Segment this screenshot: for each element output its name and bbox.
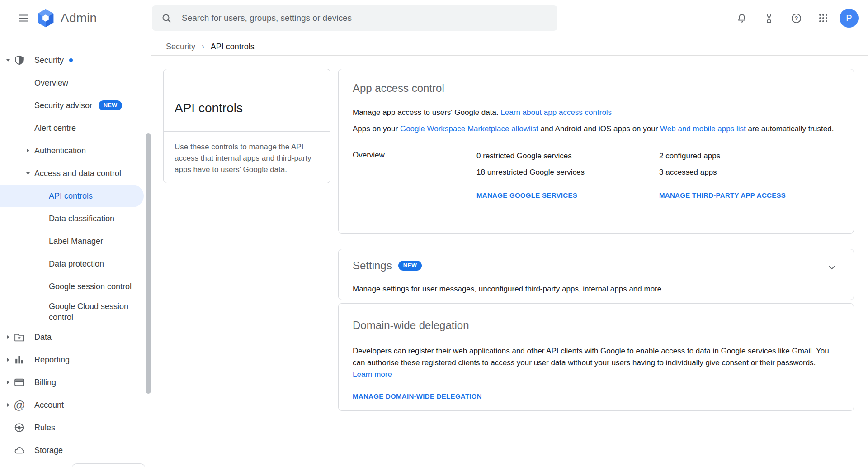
third-party-apps-column: 2 configured apps 3 accessed apps MANAGE… xyxy=(659,151,842,200)
settings-title-row: Settings NEW xyxy=(353,258,840,273)
accessed-apps-count: 3 accessed apps xyxy=(659,167,842,178)
delegation-text: Developers can register their web applic… xyxy=(353,347,829,367)
tasks-hourglass-icon[interactable] xyxy=(758,7,780,29)
breadcrumb-separator-icon: › xyxy=(202,42,204,51)
product-name: Admin xyxy=(61,11,97,25)
sidebar-item-alert-centre[interactable]: Alert centre xyxy=(0,117,144,139)
marketplace-allowlist-link[interactable]: Google Workspace Marketplace allowlist xyxy=(400,124,538,133)
breadcrumb-current: API controls xyxy=(211,42,255,52)
sidebar-item-google-cloud-session-control[interactable]: Google Cloud session control xyxy=(0,298,144,326)
steering-wheel-icon xyxy=(14,422,25,434)
account-avatar[interactable]: P xyxy=(840,9,859,28)
search-input[interactable] xyxy=(182,13,548,23)
svg-text:?: ? xyxy=(794,15,798,22)
caret-down-icon[interactable] xyxy=(24,170,32,177)
caret-right-icon[interactable] xyxy=(5,334,12,341)
p2-pre: Apps on your xyxy=(353,124,400,133)
sidebar-item-account[interactable]: @ Account xyxy=(0,394,144,416)
new-badge: NEW xyxy=(99,100,122,110)
page-title: API controls xyxy=(175,101,319,115)
settings-expand-button[interactable] xyxy=(824,259,840,276)
manage-google-services-button[interactable]: MANAGE GOOGLE SERVICES xyxy=(476,191,577,199)
restricted-services-count: 0 restricted Google services xyxy=(476,151,659,162)
notifications-bell-icon[interactable] xyxy=(731,7,753,29)
admin-hexagon-icon xyxy=(35,8,56,29)
menu-icon[interactable] xyxy=(14,8,33,28)
folder-star-icon xyxy=(14,332,25,343)
manage-domain-wide-delegation-button[interactable]: MANAGE DOMAIN-WIDE DELEGATION xyxy=(353,392,482,400)
manage-third-party-app-access-button[interactable]: MANAGE THIRD-PARTY APP ACCESS xyxy=(659,191,786,199)
web-mobile-apps-list-link[interactable]: Web and mobile apps list xyxy=(660,124,746,133)
settings-title: Settings xyxy=(353,258,392,273)
app-access-paragraph-2: Apps on your Google Workspace Marketplac… xyxy=(353,124,840,134)
learn-about-app-access-link[interactable]: Learn about app access controls xyxy=(500,108,612,117)
sidebar-item-data[interactable]: Data xyxy=(0,326,144,348)
caret-right-icon[interactable] xyxy=(5,379,12,386)
bottom-partial-card xyxy=(71,463,146,467)
sidebar-item-billing[interactable]: Billing xyxy=(0,371,144,394)
google-services-column: 0 restricted Google services 18 unrestri… xyxy=(476,151,659,200)
overview-stats-row: Overview 0 restricted Google services 18… xyxy=(353,151,840,200)
info-card-header: API controls xyxy=(164,69,330,132)
shield-icon xyxy=(14,55,25,66)
breadcrumb-security-link[interactable]: Security xyxy=(166,42,195,52)
info-card-description: Use these controls to manage the API acc… xyxy=(164,132,330,175)
sidebar-item-security-advisor[interactable]: Security advisor NEW xyxy=(0,94,144,117)
sidebar-item-reporting[interactable]: Reporting xyxy=(0,348,144,371)
domain-wide-delegation-panel: Domain-wide delegation Developers can re… xyxy=(338,303,854,411)
p1-text: Manage app access to users' Google data. xyxy=(353,108,500,117)
new-badge: NEW xyxy=(398,261,422,271)
learn-more-link[interactable]: Learn more xyxy=(353,370,392,379)
google-admin-logo[interactable]: Admin xyxy=(35,7,97,29)
delegation-title: Domain-wide delegation xyxy=(353,318,840,333)
overview-label: Overview xyxy=(353,151,476,200)
bar-chart-icon xyxy=(14,354,25,366)
settings-panel: Settings NEW Manage settings for user me… xyxy=(338,249,854,300)
security-notification-dot xyxy=(69,58,73,62)
app-access-paragraph-1: Manage app access to users' Google data.… xyxy=(353,107,840,118)
sidebar-item-api-controls[interactable]: API controls xyxy=(0,185,144,207)
cloud-icon xyxy=(14,445,25,456)
sidebar-item-rules[interactable]: Rules xyxy=(0,416,144,439)
at-sign-icon: @ xyxy=(14,400,25,410)
p2-mid: and Android and iOS apps on your xyxy=(538,124,660,133)
sidebar-item-data-classification[interactable]: Data classification xyxy=(0,207,144,230)
sidebar-item-label-manager[interactable]: Label Manager xyxy=(0,230,144,253)
caret-right-icon[interactable] xyxy=(24,147,32,154)
app-access-control-panel: App access control Manage app access to … xyxy=(338,69,854,234)
breadcrumb: Security › API controls xyxy=(166,40,255,53)
apps-grid-icon[interactable] xyxy=(812,7,834,29)
caret-right-icon[interactable] xyxy=(5,356,12,363)
sidebar-nav: Security Overview Security advisor NEW A… xyxy=(0,36,151,467)
sidebar-item-google-session-control[interactable]: Google session control xyxy=(0,275,144,298)
configured-apps-count: 2 configured apps xyxy=(659,151,842,162)
caret-down-icon[interactable] xyxy=(5,57,12,64)
breadcrumb-divider xyxy=(151,55,868,56)
sidebar-item-overview[interactable]: Overview xyxy=(0,71,144,94)
unrestricted-services-count: 18 unrestricted Google services xyxy=(476,167,659,178)
chevron-down-icon xyxy=(827,262,837,272)
caret-right-icon[interactable] xyxy=(5,401,12,409)
api-controls-info-card: API controls Use these controls to manag… xyxy=(163,69,330,183)
sidebar-item-security[interactable]: Security xyxy=(0,49,144,71)
topbar: Admin ? P xyxy=(0,0,868,36)
global-search[interactable] xyxy=(152,5,557,31)
delegation-description: Developers can register their web applic… xyxy=(353,345,840,381)
app-access-control-title: App access control xyxy=(353,81,840,95)
sidebar-item-data-protection[interactable]: Data protection xyxy=(0,253,144,275)
p2-post: are automatically trusted. xyxy=(746,124,834,133)
sidebar-item-storage[interactable]: Storage xyxy=(0,439,144,462)
credit-card-icon xyxy=(14,377,25,388)
help-icon[interactable]: ? xyxy=(785,7,807,29)
sidebar-scrollbar[interactable] xyxy=(146,133,151,394)
sidebar-item-authentication[interactable]: Authentication xyxy=(0,139,144,162)
sidebar-item-access-and-data-control[interactable]: Access and data control xyxy=(0,162,144,185)
search-icon xyxy=(161,13,172,24)
settings-description: Manage settings for user messages, uncon… xyxy=(353,284,840,295)
